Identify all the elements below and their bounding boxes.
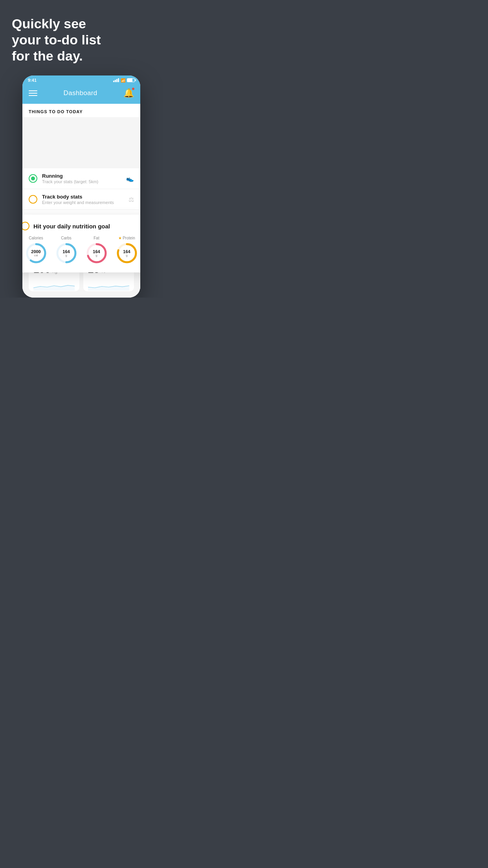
macro-carbs: Carbs 164 g — [55, 236, 78, 265]
todo-subtitle-running: Track your stats (target: 5km) — [42, 179, 121, 184]
todo-item-body-stats[interactable]: Track body stats Enter your weight and m… — [22, 189, 140, 210]
bodyfat-sparkline — [88, 280, 129, 291]
hero-title: Quickly see your to-do list for the day. — [12, 16, 151, 64]
calories-donut: 2000 cal — [25, 242, 48, 265]
phone-content: THINGS TO DO TODAY Hit your daily nutrit… — [22, 104, 140, 298]
scale-icon: ⚖ — [128, 196, 134, 203]
nutrition-checkbox[interactable] — [22, 222, 29, 230]
macro-fat-label: Fat — [94, 236, 99, 240]
section-header-todo: THINGS TO DO TODAY — [22, 104, 140, 117]
nav-bar: Dashboard 🔔 — [22, 84, 140, 104]
todo-check-running — [29, 174, 37, 183]
todo-check-body-stats — [29, 195, 37, 204]
wifi-icon: 📶 — [121, 78, 125, 83]
battery-icon — [127, 78, 135, 82]
macros-row: Calories 2000 cal — [22, 236, 140, 265]
nutrition-card-title: Hit your daily nutrition goal — [33, 223, 110, 230]
star-icon: ★ — [118, 236, 122, 240]
macro-protein-label: ★ Protein — [118, 236, 135, 240]
todo-text-body-stats: Track body stats Enter your weight and m… — [42, 194, 124, 205]
todo-item-running[interactable]: Running Track your stats (target: 5km) 👟 — [22, 168, 140, 189]
phone-inner: Hit your daily nutrition goal Calories — [22, 168, 140, 230]
protein-donut: 164 g — [116, 242, 138, 265]
todo-subtitle-body-stats: Enter your weight and measurements — [42, 200, 124, 205]
macro-protein: ★ Protein 164 g — [116, 236, 138, 265]
calories-value: 2000 cal — [31, 249, 40, 257]
fat-value: 164 g — [93, 249, 100, 257]
nutrition-card: Hit your daily nutrition goal Calories — [22, 215, 140, 272]
signal-icon — [113, 78, 119, 82]
carbs-donut: 164 g — [55, 242, 78, 265]
shoe-icon: 👟 — [126, 175, 134, 182]
macro-fat: Fat 164 g — [85, 236, 108, 265]
notification-dot — [132, 87, 135, 90]
page-background: Quickly see your to-do list for the day.… — [0, 0, 163, 298]
macro-calories-label: Calories — [29, 236, 43, 240]
phone-mockup: 9:41 📶 Dashboard 🔔 — [22, 75, 140, 298]
status-icons: 📶 — [113, 78, 135, 83]
hero-section: Quickly see your to-do list for the day. — [0, 0, 163, 72]
nav-title: Dashboard — [64, 89, 97, 97]
hamburger-menu[interactable] — [29, 90, 37, 96]
status-time: 9:41 — [28, 78, 37, 83]
carbs-value: 164 g — [62, 249, 70, 257]
todo-title-running: Running — [42, 173, 121, 179]
status-bar: 9:41 📶 — [22, 75, 140, 84]
todo-title-body-stats: Track body stats — [42, 194, 124, 200]
weight-sparkline — [33, 280, 75, 291]
notification-bell[interactable]: 🔔 — [123, 88, 134, 98]
card-title-row: Hit your daily nutrition goal — [22, 222, 140, 230]
todo-text-running: Running Track your stats (target: 5km) — [42, 173, 121, 184]
protein-value: 164 g — [123, 249, 130, 257]
fat-donut: 164 g — [85, 242, 108, 265]
macro-calories: Calories 2000 cal — [25, 236, 48, 265]
macro-carbs-label: Carbs — [61, 236, 72, 240]
